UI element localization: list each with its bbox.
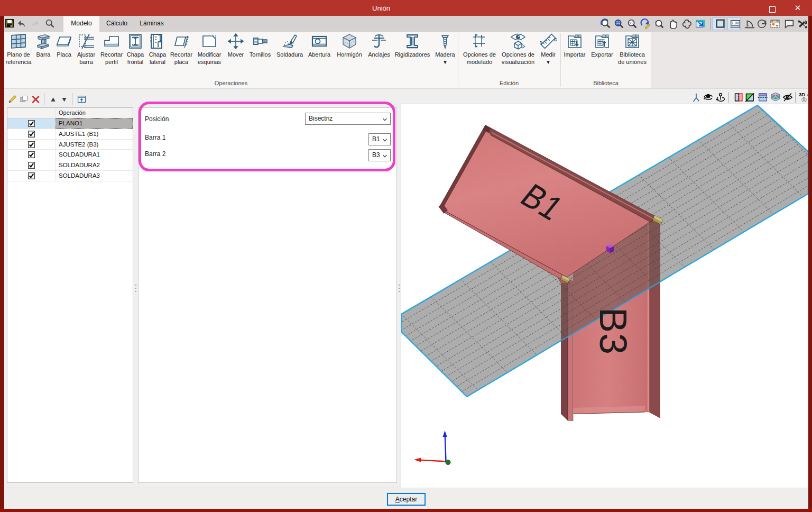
svg-text:3D: 3D	[799, 92, 805, 97]
svg-text:1.00: 1.00	[732, 21, 739, 25]
svg-text:B3: B3	[592, 307, 634, 355]
svg-text:x2: x2	[629, 21, 633, 25]
